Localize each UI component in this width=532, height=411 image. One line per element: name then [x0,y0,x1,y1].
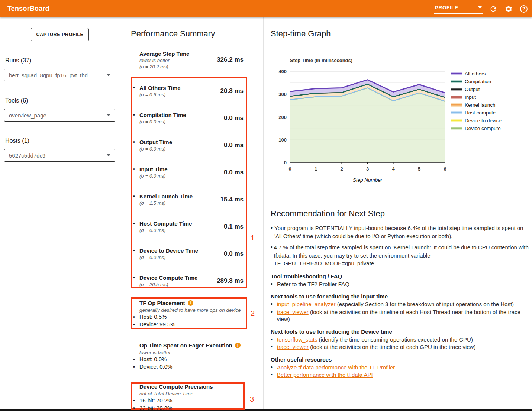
recommendation-link[interactable]: Better performance with the tf.data API [277,372,373,378]
svg-text:300: 300 [278,91,287,97]
block-subtext: generally desired to have more ops on de… [139,307,245,313]
metric-sigma: (σ = 0.0 ms) [139,173,168,179]
settings-gear-icon[interactable] [504,4,513,13]
metric-row: • Kernel Launch Time (σ = 1.5 ms) 15.4 m… [133,191,244,208]
tools-label: Tools (6) [5,97,28,104]
info-icon[interactable]: i [188,300,193,306]
bullet-icon: • [271,243,274,268]
step-time-graph-title: Step-time Graph [271,29,331,39]
metric-sigma: (σ = 1.5 ms) [139,200,193,206]
svg-text:0: 0 [288,166,291,172]
svg-text:6: 6 [444,166,446,172]
metric-sigma: (σ = 20.5 ms) [139,281,197,288]
svg-text:All others: All others [465,71,486,77]
recommendation-bullet-text: 4.7 % of the total step time sampled is … [274,243,531,268]
list-item: • trace_viewer (look at the activities o… [271,308,531,323]
tf-op-placement-block: TF Op Placement i generally desired to h… [133,300,245,328]
recommendation-bullet-text: Your program is POTENTIALLY input-bound … [274,224,531,240]
info-icon[interactable]: i [235,343,241,348]
legend-entry: Host compute [451,110,496,116]
runs-select[interactable]: bert_squad_8gpu_fp16_pvt_thd [4,69,115,81]
eager-execution-block: Op Time Spent on Eager Execution i lower… [133,342,245,370]
bullet-icon: • [271,343,277,351]
legend-entry: Kernel launch [451,102,496,108]
chevron-down-icon [107,74,110,76]
metric-value: 0.1 ms [224,223,244,230]
svg-text:Input: Input [465,94,476,100]
legend-entry: Input [451,94,476,100]
metric-label: Compilation Time [139,111,186,119]
bullet-icon: • [133,84,139,98]
block-subtext: lower is better [139,349,245,356]
metric-label: Device Compute Time [139,274,197,281]
list-item: • Better performance with the tf.data AP… [271,371,531,379]
recommendation-subsection: Next tools to use for reducing the input… [271,293,531,323]
recommendation-link[interactable]: trace_viewer [277,309,309,315]
bullet-icon: • [133,274,139,288]
svg-text:400: 400 [278,69,287,74]
section-divider [264,199,532,199]
block-heading: Op Time Spent on Eager Execution [139,342,232,349]
metric-value: 0.0 ms [224,169,244,176]
recommendation-section: Recommendation for Next Step • Your prog… [271,209,531,379]
metric-value: 289.8 ms [217,277,244,285]
list-item-text: Refer to the TF2 Profiler FAQ [277,281,349,287]
list-item-text: (look at the activities on the timeline … [309,344,475,350]
legend-entry: All others [451,71,486,77]
recommendation-link[interactable]: input_pipeline_analyzer [277,301,336,307]
metric-label: Average Step Time [139,50,189,57]
list-item: • trace_viewer (look at the activities o… [271,343,531,351]
metric-value: 326.2 ms [217,56,244,64]
block-item: Device: 99.5% [139,321,175,328]
list-item: • Analyze tf.data performance with the T… [271,364,531,371]
metric-value: 15.4 ms [220,196,244,203]
runs-select-value: bert_squad_8gpu_fp16_pvt_thd [9,72,88,78]
metric-value: 0.0 ms [224,114,244,122]
tools-select[interactable]: overview_page [4,109,115,122]
legend-entry: Output [451,87,480,92]
capture-profile-button[interactable]: CAPTURE PROFILE [31,28,89,41]
svg-text:Host compute: Host compute [465,110,496,116]
metric-label: Host Compute Time [139,220,192,227]
metric-row: • All Others Time (σ = 0.6 ms) 20.8 ms [133,82,244,100]
metric-label: Device to Device Time [139,247,198,254]
recommendation-link[interactable]: trace_viewer [277,344,309,350]
bullet-icon: • [271,281,277,288]
bullet-icon: • [271,364,277,371]
metric-row: • Device Compute Time (σ = 20.5 ms) 289.… [133,272,244,289]
annotation-number-2: 2 [251,310,255,317]
bullet-icon: • [271,308,277,323]
metric-row: • Device to Device Time (σ = 0.0 ms) 0.0… [133,245,244,262]
list-item: • tensorflow_stats (identify the time-co… [271,336,531,343]
bullet-icon: • [133,139,139,152]
metric-sigma: (σ = 0.0 ms) [139,119,186,125]
recommendation-bullet: • 4.7 % of the total step time sampled i… [271,243,531,268]
app-title: TensorBoard [7,5,49,13]
hosts-select[interactable]: 5627c5dd7dc9 [4,149,115,162]
hosts-select-value: 5627c5dd7dc9 [9,152,45,159]
annotation-number-1: 1 [251,234,255,242]
metric-sigma: (σ = 20.2 ms) [139,64,189,70]
recommendation-link[interactable]: tensorflow_stats [277,336,317,343]
list-item-text: (look at the activities on the timeline … [277,309,520,323]
dashboard-selector[interactable]: PROFILE [434,4,483,14]
performance-summary-title: Performance Summary [131,29,215,39]
svg-text:200: 200 [278,114,287,120]
chevron-down-icon [478,6,482,9]
svg-text:5: 5 [418,166,420,172]
refresh-icon[interactable] [489,4,498,13]
main-divider [263,17,264,411]
step-time-chart[interactable]: 01002003004000123456Step NumberAll other… [277,67,532,186]
bullet-icon: • [133,356,139,363]
legend-entry: Device to device [451,118,502,123]
recommendation-link[interactable]: Analyze tf.data performance with the TF … [277,364,395,370]
help-icon[interactable]: ? [519,4,528,13]
bullet-icon: • [133,220,139,233]
metric-label: Input Time [139,166,168,173]
list-item: • input_pipeline_analyzer (especially Se… [271,301,531,308]
metric-row: • Output Time (σ = 0.0 ms) 0.0 ms [133,137,244,154]
svg-text:2: 2 [340,166,343,172]
list-item-text: (especially Section 3 for the breakdown … [336,301,514,307]
hosts-label: Hosts (1) [5,137,29,144]
svg-text:Device compute: Device compute [465,126,501,131]
